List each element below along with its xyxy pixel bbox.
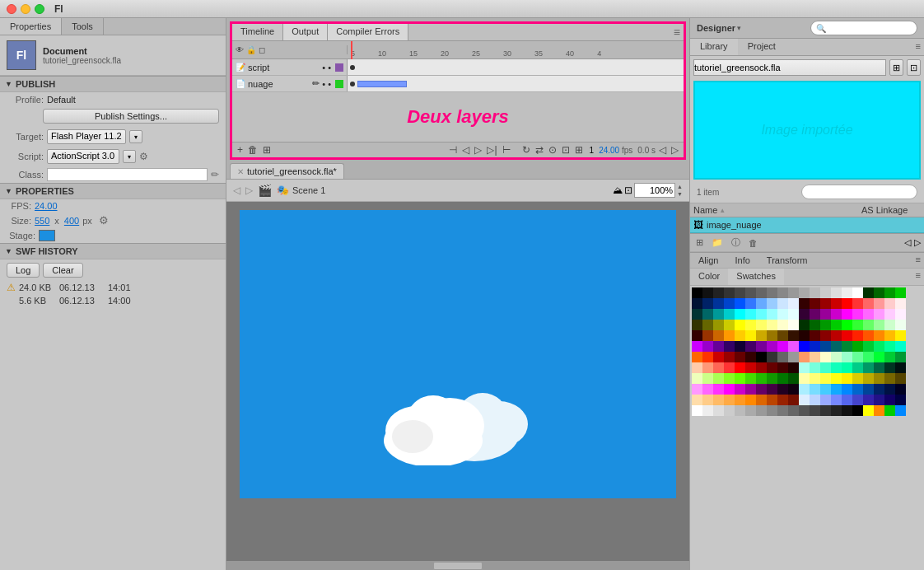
color-swatch[interactable] <box>735 373 745 384</box>
color-swatch[interactable] <box>692 373 702 384</box>
onion-skin-icon[interactable]: ⊙ <box>547 144 558 156</box>
library-file-select[interactable]: tutoriel_greensock.fla <box>693 59 886 76</box>
onion-range-icon[interactable]: ⊡ <box>560 144 572 156</box>
target-select-box[interactable]: Flash Player 11.2 <box>47 129 126 144</box>
color-swatch[interactable] <box>852 298 863 309</box>
color-swatch[interactable] <box>852 405 863 416</box>
tab-close-icon[interactable]: ✕ <box>237 167 244 176</box>
color-swatch[interactable] <box>767 405 777 416</box>
color-swatch[interactable] <box>745 309 756 320</box>
stage-canvas[interactable] <box>240 210 676 498</box>
color-swatch[interactable] <box>884 384 895 395</box>
color-swatch[interactable] <box>713 298 724 309</box>
color-swatch[interactable] <box>756 362 767 373</box>
color-swatch[interactable] <box>702 362 713 373</box>
color-swatch[interactable] <box>842 330 852 341</box>
color-swatch[interactable] <box>724 287 735 298</box>
color-swatch[interactable] <box>810 298 820 309</box>
color-swatch[interactable] <box>852 384 863 395</box>
color-swatch[interactable] <box>767 362 777 373</box>
zoom-up-icon[interactable]: ▲ <box>677 183 683 190</box>
color-swatch[interactable] <box>745 384 756 395</box>
color-swatch[interactable] <box>799 309 810 320</box>
scrollbar-thumb[interactable] <box>433 562 483 570</box>
color-swatch[interactable] <box>756 298 767 309</box>
color-swatch[interactable] <box>810 330 820 341</box>
color-swatch[interactable] <box>713 362 724 373</box>
layer-script-label[interactable]: script <box>248 63 269 72</box>
color-swatch[interactable] <box>810 384 820 395</box>
color-swatch[interactable] <box>863 298 874 309</box>
color-swatch[interactable] <box>820 373 831 384</box>
color-swatch[interactable] <box>767 298 777 309</box>
color-swatch[interactable] <box>777 309 788 320</box>
color-swatch[interactable] <box>702 330 713 341</box>
color-swatch[interactable] <box>767 341 777 352</box>
minimize-button[interactable] <box>21 4 30 14</box>
color-swatch[interactable] <box>713 373 724 384</box>
color-swatch[interactable] <box>874 373 884 384</box>
nav-forward-icon[interactable]: ▷ <box>245 185 253 196</box>
delete-icon[interactable]: 🗑 <box>746 237 760 249</box>
color-swatch[interactable] <box>735 309 745 320</box>
color-swatch[interactable] <box>884 330 895 341</box>
color-swatch[interactable] <box>767 395 777 405</box>
color-swatch[interactable] <box>863 352 874 362</box>
color-swatch[interactable] <box>724 298 735 309</box>
color-swatch[interactable] <box>799 405 810 416</box>
designer-dropdown-icon[interactable]: ▾ <box>737 24 741 32</box>
color-swatch[interactable] <box>713 405 724 416</box>
edit-onion-icon[interactable]: ⊞ <box>573 144 585 156</box>
color-swatch[interactable] <box>735 384 745 395</box>
color-swatch[interactable] <box>874 405 884 416</box>
color-swatch[interactable] <box>767 309 777 320</box>
stage-scrollbar[interactable] <box>226 560 689 570</box>
color-swatch[interactable] <box>884 298 895 309</box>
color-swatch[interactable] <box>756 373 767 384</box>
color-swatch[interactable] <box>810 341 820 352</box>
color-swatch[interactable] <box>692 341 702 352</box>
color-swatch[interactable] <box>756 341 767 352</box>
color-swatch[interactable] <box>820 309 831 320</box>
color-swatch[interactable] <box>788 352 799 362</box>
color-swatch[interactable] <box>799 395 810 405</box>
size-height[interactable]: 400 <box>64 216 79 226</box>
color-swatch[interactable] <box>874 352 884 362</box>
color-swatch[interactable] <box>735 352 745 362</box>
color-swatch[interactable] <box>788 298 799 309</box>
tl-scroll-left-icon[interactable]: ◁ <box>657 144 668 156</box>
color-swatch[interactable] <box>831 384 842 395</box>
tab-output[interactable]: Output <box>283 24 328 40</box>
color-swatch[interactable] <box>692 352 702 362</box>
color-swatch[interactable] <box>810 320 820 330</box>
tab-color[interactable]: Color <box>690 269 728 285</box>
color-swatch[interactable] <box>810 287 820 298</box>
color-swatch[interactable] <box>788 287 799 298</box>
color-swatch[interactable] <box>852 309 863 320</box>
color-swatch[interactable] <box>702 373 713 384</box>
color-swatch[interactable] <box>767 330 777 341</box>
tab-library[interactable]: Library <box>690 39 738 55</box>
color-swatch[interactable] <box>874 341 884 352</box>
color-swatch[interactable] <box>713 330 724 341</box>
script-select[interactable]: ActionScript 3.0 <box>51 151 115 161</box>
color-swatch[interactable] <box>702 405 713 416</box>
color-swatch[interactable] <box>831 405 842 416</box>
color-swatch[interactable] <box>810 362 820 373</box>
color-swatch[interactable] <box>863 395 874 405</box>
color-swatch[interactable] <box>756 309 767 320</box>
properties-section-header[interactable]: ▼ PROPERTIES <box>0 183 226 199</box>
color-swatch[interactable] <box>724 352 735 362</box>
add-layer-icon[interactable]: + <box>236 144 245 156</box>
color-swatch[interactable] <box>724 373 735 384</box>
color-panel-options-icon[interactable]: ≡ <box>912 269 924 285</box>
zoom-down-icon[interactable]: ▼ <box>677 190 683 198</box>
target-select[interactable]: Flash Player 11.2 <box>51 131 122 141</box>
color-swatch[interactable] <box>820 395 831 405</box>
color-swatch[interactable] <box>895 373 906 384</box>
color-swatch[interactable] <box>884 362 895 373</box>
color-swatch[interactable] <box>863 287 874 298</box>
color-swatch[interactable] <box>831 362 842 373</box>
search-input[interactable] <box>828 23 911 33</box>
panel-scroll-left-icon[interactable]: ◁ <box>904 237 911 248</box>
